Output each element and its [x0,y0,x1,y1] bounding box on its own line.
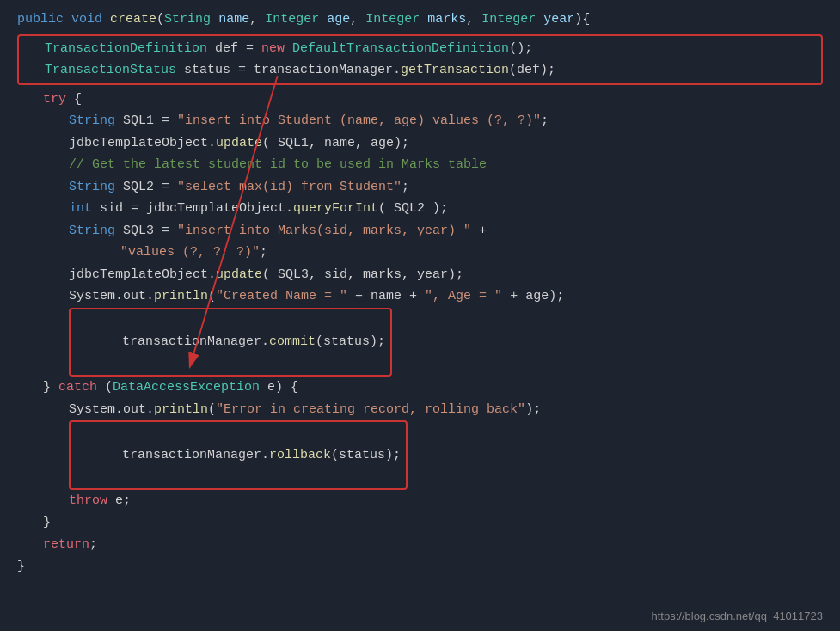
line-17: transactionManager.rollback(status); [17,420,823,490]
line-13: System.out. println ( "Created Name = " … [17,285,823,308]
line-6: jdbcTemplateObject. update ( SQL1, name,… [17,132,823,155]
line-21: } [17,555,823,578]
keyword-try: try [43,89,66,111]
line-7: // Get the latest student id to be used … [17,154,823,176]
line-12: jdbcTemplateObject. update ( SQL3, sid, … [17,264,823,286]
line-2: TransactionDefinition def = new DefaultT… [19,38,821,60]
line-20: return ; [17,534,823,556]
line-15: } catch ( DataAccessException e) { [17,377,823,399]
line-10: String SQL3 = "insert into Marks(sid, ma… [17,220,823,242]
line-11: "values (?, ?, ?)" ; [17,242,823,264]
commit-box: transactionManager.commit(status); [69,308,392,377]
fn-create: create [110,9,156,31]
line-14: transactionManager.commit(status); [17,308,823,377]
line-8: String SQL2 = "select max(id) from Stude… [17,176,823,199]
code-block: public void create ( String name , Integ… [0,0,840,586]
line-19: } [17,512,823,534]
keyword-void: void [71,9,102,31]
line-5: String SQL1 = "insert into Student (name… [17,110,823,132]
line-16: System.out. println ( "Error in creating… [17,399,823,421]
line-18: throw e; [17,490,823,512]
line-9: int sid = jdbcTemplateObject. queryForIn… [17,198,823,220]
keyword-public: public [17,9,64,31]
line-4: try { [17,89,823,111]
line-1: public void create ( String name , Integ… [17,9,823,31]
top-highlight-box: TransactionDefinition def = new DefaultT… [17,34,823,85]
watermark: https://blog.csdn.net/qq_41011723 [652,610,824,622]
rollback-box: transactionManager.rollback(status); [69,420,408,490]
line-3: TransactionStatus status = transactionMa… [19,59,821,82]
